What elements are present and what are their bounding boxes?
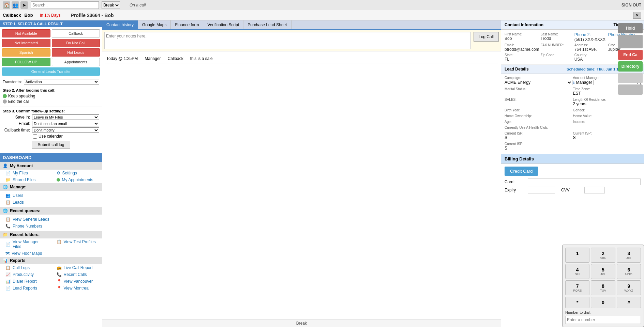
sidebar-item-recent-calls[interactable]: 📞 Recent Calls: [51, 271, 102, 278]
numpad-key-5[interactable]: 5 JKL: [591, 264, 615, 279]
history-note: this is a sale: [190, 56, 213, 61]
mute-button[interactable]: [618, 73, 643, 83]
recent-folders-section: 📁 Recent folders:: [0, 231, 102, 238]
search-input[interactable]: [31, 1, 99, 9]
left-panel: STEP 1. SELECT A CALL RESULT Not Availab…: [0, 20, 102, 327]
numpad-key-1[interactable]: 1: [565, 248, 589, 263]
extra-button[interactable]: [618, 84, 643, 95]
recent-queues-label: Recent queues:: [10, 208, 40, 213]
leads-icon: 📋: [5, 200, 11, 205]
sidebar-item-view-manager-files[interactable]: 📄 View Manager Files: [0, 238, 51, 250]
email-select[interactable]: Don't send an email: [32, 121, 99, 126]
people-icon[interactable]: 👥: [12, 1, 19, 9]
sidebar-item-users[interactable]: 👥 Users: [0, 192, 102, 199]
cvv-input[interactable]: [584, 187, 605, 193]
end-call-option[interactable]: End the call: [3, 99, 99, 104]
gender-field: Gender:: [573, 108, 641, 112]
save-in-select[interactable]: Leave in My Files: [32, 114, 99, 120]
callback-time-label: Callback time:: [3, 128, 30, 133]
sidebar-item-shared-files[interactable]: 📁 Shared Files: [0, 176, 51, 183]
sidebar-item-dialer-report[interactable]: 📊 Dialer Report: [0, 278, 51, 285]
numpad-key-8[interactable]: 8 TUV: [591, 280, 615, 295]
numpad-key-4[interactable]: 4 GHI: [565, 264, 589, 279]
sidebar-item-lead-reports[interactable]: 📄 Lead Reports: [0, 285, 51, 292]
sidebar-item-my-appointments[interactable]: My Appointments: [51, 176, 102, 183]
callback-button[interactable]: Callback: [52, 29, 100, 37]
sidebar-item-leads[interactable]: 📋 Leads: [0, 199, 102, 206]
appointments-button[interactable]: Appointments: [52, 58, 100, 66]
manage-links: 👥 Users 📋 Leads: [0, 191, 102, 207]
not-available-button[interactable]: Not Available: [2, 29, 50, 37]
spanish-button[interactable]: Spanish: [2, 48, 50, 57]
numpad-key-hash[interactable]: #: [617, 297, 641, 308]
log-call-button[interactable]: Log Call: [474, 32, 499, 42]
submit-call-log-button[interactable]: Submit call log: [32, 141, 70, 149]
not-interested-button[interactable]: Not interested: [2, 39, 50, 47]
numpad-key-2[interactable]: 2 ABC: [591, 248, 615, 263]
sidebar-item-view-general-leads[interactable]: 📋 View General Leads: [0, 216, 102, 223]
history-row: Today @ 1:25PM Manager Callback this is …: [105, 54, 498, 63]
numpad-key-7[interactable]: 7 PQRS: [565, 280, 589, 295]
campaign-select[interactable]: [532, 80, 572, 85]
numpad-key-6[interactable]: 6 MNO: [617, 264, 641, 279]
settings-nav-icon[interactable]: ➤: [20, 1, 28, 9]
phone2-label[interactable]: Phone 2:: [574, 32, 607, 37]
home-value-label: Home Value:: [573, 114, 641, 118]
tab-finance-form[interactable]: Finance form: [171, 20, 203, 29]
home-icon[interactable]: 🏠: [3, 1, 10, 9]
hold-button[interactable]: Hold: [618, 23, 643, 33]
view-test-profiles-label: View Test Profiles: [64, 239, 96, 244]
numpad-dial-input[interactable]: [565, 316, 641, 324]
sidebar-item-view-vancouver[interactable]: 📍 View Vancouver: [51, 278, 102, 285]
sidebar-item-phone-numbers[interactable]: 📞 Phone Numbers: [0, 223, 102, 230]
credit-card-button[interactable]: Credit Card: [505, 167, 538, 176]
sidebar-item-live-call-report[interactable]: 📻 Live Call Report: [51, 264, 102, 271]
do-not-call-button[interactable]: Do Not Call: [52, 39, 100, 47]
card-input[interactable]: [528, 178, 641, 185]
numpad-key-3[interactable]: 3 DEF: [617, 248, 641, 263]
sidebar-item-view-floor-maps[interactable]: 🗺 View Floor Maps: [0, 250, 51, 257]
sidebar-item-my-files[interactable]: 📄 My Files: [0, 170, 51, 176]
my-account-label: My Account: [10, 164, 33, 168]
contact-info-title: Contact Information: [505, 22, 543, 27]
tab-verification-script[interactable]: Verification Script: [203, 20, 243, 29]
use-calendar-checkbox[interactable]: [33, 134, 37, 139]
sidebar-item-call-logs[interactable]: 📋 Call Logs: [0, 264, 51, 271]
reports-label: Reports: [10, 258, 25, 263]
home-value-field: Home Value:: [573, 114, 641, 118]
sidebar-item-settings[interactable]: ⚙ Settings: [51, 170, 102, 176]
my-account-col2: ⚙ Settings My Appointments: [51, 170, 102, 183]
keep-speaking-option[interactable]: Keep speaking: [3, 94, 99, 98]
close-button[interactable]: ✕: [633, 12, 641, 19]
tab-contact-history[interactable]: Contact history: [102, 20, 138, 29]
gender-label: Gender:: [573, 108, 641, 112]
directory-button[interactable]: Directory: [618, 61, 643, 72]
age-label: Age:: [505, 120, 572, 124]
numpad-key-9[interactable]: 9 WXYZ: [617, 280, 641, 295]
hot-leads-button[interactable]: Hot Leads: [52, 48, 100, 57]
sidebar-item-productivity[interactable]: 📈 Productivity: [0, 271, 51, 278]
hold2-button[interactable]: [618, 35, 643, 48]
notes-textarea[interactable]: [104, 32, 471, 49]
numpad-key-star[interactable]: *: [565, 297, 589, 308]
tab-google-maps[interactable]: Google Maps: [138, 20, 171, 29]
follow-up-button[interactable]: FOLLOW UP: [2, 58, 50, 66]
end-call-button[interactable]: End Ca: [618, 50, 643, 60]
break-select[interactable]: Break: [102, 1, 120, 9]
notes-bar: Log Call: [102, 30, 501, 51]
sidebar-item-view-test-profiles[interactable]: 📋 View Test Profiles: [51, 238, 102, 245]
card-field: Card:: [505, 178, 641, 185]
signout-button[interactable]: SIGN OUT: [621, 3, 641, 7]
expiry-input[interactable]: [528, 187, 555, 193]
transfer-select[interactable]: Activation: [24, 79, 99, 84]
campaign-value: ACME Energy: [505, 80, 572, 85]
numpad-key-0[interactable]: 0: [591, 297, 615, 308]
shared-files-label: Shared Files: [13, 177, 35, 182]
step2-title: Step 2. After logging this call:: [3, 88, 99, 92]
recent-queues-section: 🌐 Recent queues:: [0, 207, 102, 215]
recent-calls-label: Recent Calls: [64, 272, 87, 277]
tab-purchase-lead-sheet[interactable]: Purchase Lead Sheet: [243, 20, 291, 29]
sidebar-item-view-montreal[interactable]: 📍 View Montreal: [51, 285, 102, 292]
callback-time-select[interactable]: Don't modify: [32, 127, 99, 133]
general-leads-transfer-button[interactable]: General Leads Transfer: [2, 67, 100, 76]
